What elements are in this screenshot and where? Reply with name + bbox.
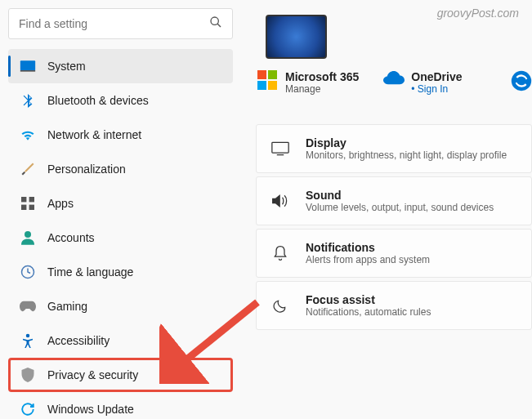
- svg-point-11: [512, 71, 531, 91]
- svg-rect-12: [272, 142, 288, 153]
- moon-icon: [271, 296, 289, 314]
- update-icon: [20, 401, 36, 417]
- card-title: Focus assist: [306, 293, 431, 306]
- sidebar-item-privacy-security[interactable]: Privacy & security: [8, 358, 233, 392]
- svg-rect-5: [29, 197, 34, 202]
- card-sub: Notifications, automatic rules: [306, 306, 431, 318]
- service-title: OneDrive: [411, 70, 462, 83]
- search-box[interactable]: [8, 8, 233, 39]
- service-microsoft365[interactable]: Microsoft 365 Manage: [257, 70, 359, 95]
- person-icon: [20, 230, 36, 246]
- card-notifications[interactable]: Notifications Alerts from apps and syste…: [256, 229, 532, 278]
- sound-icon: [271, 192, 289, 210]
- apps-icon: [20, 195, 36, 212]
- svg-point-10: [26, 334, 30, 338]
- service-title: Microsoft 365: [285, 70, 359, 83]
- svg-point-8: [25, 231, 31, 238]
- bell-icon: [271, 244, 289, 262]
- sidebar-item-windows-update[interactable]: Windows Update: [8, 392, 233, 419]
- account-image[interactable]: [266, 15, 327, 59]
- svg-rect-6: [21, 205, 26, 210]
- sidebar-item-label: Apps: [47, 197, 74, 210]
- svg-rect-7: [29, 205, 34, 210]
- sidebar-item-time-language[interactable]: Time & language: [8, 255, 233, 289]
- card-display[interactable]: Display Monitors, brightness, night ligh…: [256, 124, 532, 173]
- sidebar-item-label: Bluetooth & devices: [47, 94, 149, 107]
- card-title: Display: [306, 136, 507, 149]
- svg-line-1: [217, 24, 221, 27]
- card-sub: Volume levels, output, input, sound devi…: [306, 202, 494, 213]
- sidebar-item-network[interactable]: Network & internet: [8, 118, 233, 152]
- sidebar-item-label: Accessibility: [47, 334, 110, 347]
- gamepad-icon: [20, 298, 36, 314]
- microsoft-logo-icon: [257, 70, 277, 90]
- service-onedrive[interactable]: OneDrive Sign In: [383, 70, 462, 95]
- main-content: Microsoft 365 Manage OneDrive Sign In Di…: [241, 0, 532, 419]
- clock-icon: [20, 264, 36, 280]
- bluetooth-icon: [20, 92, 36, 109]
- card-sub: Monitors, brightness, night light, displ…: [306, 149, 507, 161]
- sidebar: System Bluetooth & devices Network & int…: [0, 0, 241, 419]
- system-icon: [20, 58, 36, 74]
- wifi-icon: [20, 127, 36, 143]
- watermark-text: groovyPost.com: [437, 7, 519, 20]
- sidebar-item-accessibility[interactable]: Accessibility: [8, 323, 233, 358]
- sidebar-item-label: Accounts: [47, 231, 95, 244]
- card-sound[interactable]: Sound Volume levels, output, input, soun…: [256, 176, 532, 225]
- card-title: Notifications: [306, 241, 430, 254]
- search-icon: [209, 16, 222, 32]
- sidebar-item-system[interactable]: System: [8, 49, 233, 83]
- svg-point-0: [211, 17, 218, 25]
- display-icon: [271, 140, 289, 158]
- sidebar-item-accounts[interactable]: Accounts: [8, 221, 233, 255]
- sidebar-item-bluetooth[interactable]: Bluetooth & devices: [8, 83, 233, 118]
- service-sub: Manage: [285, 83, 359, 95]
- sidebar-item-label: System: [47, 60, 86, 73]
- sidebar-item-label: Time & language: [47, 265, 133, 279]
- card-focus-assist[interactable]: Focus assist Notifications, automatic ru…: [256, 281, 532, 330]
- accessibility-icon: [20, 332, 36, 349]
- service-sub[interactable]: Sign In: [411, 83, 462, 95]
- sidebar-item-label: Windows Update: [47, 403, 134, 416]
- sidebar-item-label: Privacy & security: [47, 368, 138, 381]
- sidebar-item-apps[interactable]: Apps: [8, 186, 233, 221]
- sync-icon[interactable]: [511, 70, 532, 91]
- search-input[interactable]: [19, 17, 209, 30]
- svg-rect-4: [21, 197, 26, 202]
- svg-rect-3: [20, 70, 35, 72]
- sidebar-item-personalization[interactable]: Personalization: [8, 152, 233, 186]
- brush-icon: [20, 161, 36, 177]
- sidebar-item-label: Gaming: [47, 300, 87, 313]
- sidebar-item-label: Personalization: [47, 163, 126, 176]
- card-title: Sound: [306, 189, 494, 202]
- onedrive-icon: [383, 70, 403, 90]
- sidebar-item-gaming[interactable]: Gaming: [8, 289, 233, 323]
- shield-icon: [20, 367, 36, 383]
- svg-rect-2: [20, 60, 35, 70]
- sidebar-item-label: Network & internet: [47, 128, 141, 141]
- card-sub: Alerts from apps and system: [306, 254, 430, 265]
